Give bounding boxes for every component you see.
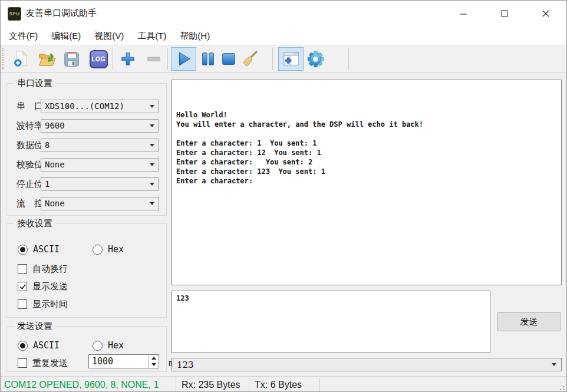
recv-ascii-radio[interactable]: ASCII [18, 242, 60, 256]
toolbar-separator [272, 48, 273, 70]
repeat-interval-value: 1000 [89, 355, 149, 368]
menu-tools[interactable]: 工具(T) [131, 29, 172, 44]
chevron-down-icon [150, 105, 154, 108]
autowrap-label: 自动换行 [32, 263, 68, 275]
spin-up-button[interactable] [149, 355, 159, 361]
chevron-down-icon [150, 183, 154, 186]
menu-view[interactable]: 视图(V) [88, 29, 130, 44]
open-folder-icon [38, 50, 56, 68]
send-ascii-label: ASCII [33, 340, 60, 351]
window-title: 友善串口调试助手 [26, 8, 97, 19]
radio-icon [18, 245, 28, 255]
chevron-down-icon [150, 163, 154, 166]
show-time-checkbox[interactable]: 显示时间 [18, 297, 68, 311]
receive-display[interactable]: Hello World! You will enter a character,… [172, 80, 562, 285]
send-ascii-radio[interactable]: ASCII [18, 338, 60, 353]
checkbox-icon [18, 299, 27, 309]
show-sent-checkbox[interactable]: 显示发送 [18, 279, 68, 294]
autowrap-checkbox[interactable]: 自动换行 [18, 262, 68, 276]
recv-hex-label: Hex [108, 244, 124, 255]
pause-button[interactable] [197, 48, 219, 70]
maximize-icon [500, 9, 509, 18]
chevron-down-icon [150, 202, 154, 205]
baud-value: 9600 [45, 121, 150, 130]
radio-icon [93, 245, 103, 255]
stop-button[interactable] [218, 48, 239, 70]
send-settings-title: 发送设置 [14, 321, 55, 332]
panel-toggle-button[interactable] [278, 47, 304, 71]
serial-settings-title: 串口设置 [14, 78, 55, 89]
spin-down-button[interactable] [149, 361, 159, 368]
parity-value: None [45, 160, 150, 169]
start-button[interactable] [171, 47, 196, 71]
show-time-label: 显示时间 [32, 299, 68, 310]
databits-value: 8 [45, 140, 150, 150]
play-icon [175, 50, 193, 68]
pause-icon [199, 50, 217, 68]
chevron-down-icon [552, 363, 556, 366]
send-history-value: 123 [177, 360, 552, 370]
port-select[interactable]: XDS100...(COM12) [41, 100, 159, 113]
recv-ascii-label: ASCII [33, 244, 60, 255]
remove-port-button[interactable] [143, 48, 164, 70]
databits-select[interactable]: 8 [41, 139, 159, 152]
menu-bar: 文件(F) 编辑(E) 视图(V) 工具(T) 帮助(H) [1, 27, 566, 45]
minimize-icon [459, 9, 467, 18]
minus-icon [145, 50, 163, 68]
new-session-button[interactable] [10, 48, 31, 70]
panel-toggle-icon [282, 50, 300, 68]
app-icon: SPU [8, 7, 21, 21]
save-icon [62, 50, 81, 68]
spin-up-icon [151, 357, 156, 360]
add-port-button[interactable] [117, 48, 139, 70]
checkbox-icon [18, 264, 27, 274]
repeat-interval-input[interactable]: 1000 [88, 354, 159, 368]
open-button[interactable] [36, 48, 57, 70]
port-value: XDS100...(COM12) [45, 101, 150, 111]
parity-select[interactable]: None [41, 158, 159, 172]
save-button[interactable] [61, 48, 82, 70]
log-button[interactable]: LOG [88, 48, 109, 70]
send-history-combo[interactable]: 123 [172, 358, 562, 371]
maximize-button[interactable] [491, 4, 518, 23]
baud-select[interactable]: 9600 [41, 119, 159, 133]
minimize-button[interactable] [450, 4, 477, 23]
tx-bytes-status: Tx: 6 Bytes [249, 377, 319, 392]
toolbar-separator [167, 48, 168, 70]
connection-status: COM12 OPENED, 9600, 8, NONE, 1 [1, 377, 175, 392]
send-button[interactable]: 发送 [497, 312, 561, 331]
recv-hex-radio[interactable]: Hex [93, 242, 124, 256]
send-input[interactable]: 123 [172, 291, 490, 353]
stop-icon [220, 50, 238, 68]
send-settings-group: 发送设置 ASCII Hex 重复发送 1000 ms [6, 326, 167, 372]
flowctrl-select[interactable]: None [41, 197, 159, 210]
chevron-down-icon [150, 124, 154, 127]
statusbar-divider [319, 378, 320, 392]
spin-down-icon [151, 363, 156, 366]
serial-settings-group: 串口设置 串 口 XDS100...(COM12) 波特率 9600 数据位 8… [6, 83, 167, 216]
rx-bytes-status: Rx: 235 Bytes [176, 377, 248, 392]
menu-edit[interactable]: 编辑(E) [45, 29, 87, 44]
menu-file[interactable]: 文件(F) [3, 29, 44, 44]
log-icon: LOG [90, 50, 108, 68]
title-bar: SPU 友善串口调试助手 [1, 1, 566, 27]
toolbar-drag-handle[interactable] [2, 48, 4, 70]
receive-settings-group: 接收设置 ASCII Hex 自动换行 显示发送 显示时间 [6, 223, 167, 318]
plus-icon [119, 50, 137, 68]
status-bar: COM12 OPENED, 9600, 8, NONE, 1 Rx: 235 B… [1, 376, 566, 392]
chevron-down-icon [150, 144, 154, 147]
resize-grip[interactable] [559, 385, 565, 391]
radio-icon [18, 341, 28, 351]
receive-settings-title: 接收设置 [14, 218, 55, 229]
clear-button[interactable] [239, 48, 260, 70]
stopbits-select[interactable]: 1 [41, 177, 159, 191]
settings-button[interactable] [305, 48, 326, 70]
send-hex-label: Hex [108, 340, 124, 351]
repeat-send-checkbox[interactable] [18, 358, 27, 368]
checkbox-icon [18, 282, 27, 291]
show-sent-label: 显示发送 [32, 281, 68, 292]
menu-help[interactable]: 帮助(H) [174, 29, 216, 44]
close-button[interactable] [532, 4, 559, 23]
send-hex-radio[interactable]: Hex [93, 338, 124, 353]
gear-icon [306, 50, 325, 68]
